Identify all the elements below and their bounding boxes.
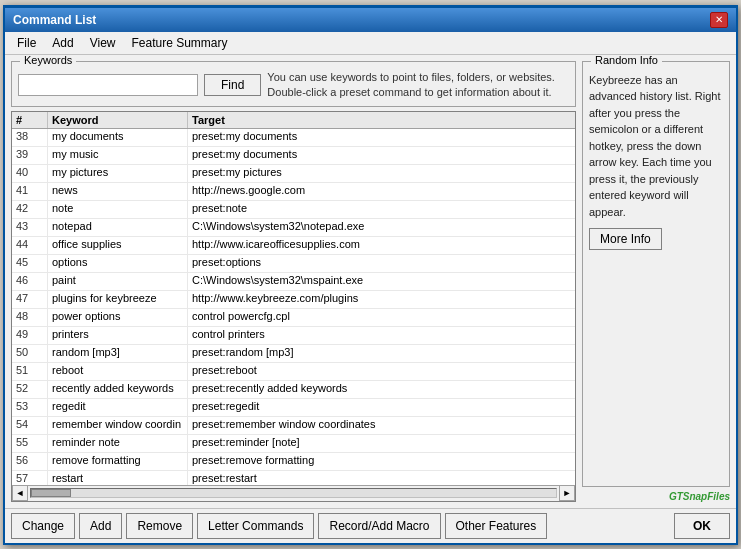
table-row[interactable]: 50random [mp3]preset:random [mp3]	[12, 345, 575, 363]
cell-target: preset:options	[188, 255, 575, 272]
cell-target: preset:reminder [note]	[188, 435, 575, 452]
cell-num: 43	[12, 219, 48, 236]
cell-num: 56	[12, 453, 48, 470]
add-button[interactable]: Add	[79, 513, 122, 539]
random-info-group-label: Random Info	[591, 55, 662, 66]
cell-keyword: random [mp3]	[48, 345, 188, 362]
table-row[interactable]: 57restartpreset:restart	[12, 471, 575, 484]
table-row[interactable]: 48power optionscontrol powercfg.cpl	[12, 309, 575, 327]
random-info-text: Keybreeze has an advanced history list. …	[589, 72, 723, 221]
menu-add[interactable]: Add	[44, 34, 81, 52]
menu-feature-summary[interactable]: Feature Summary	[124, 34, 236, 52]
cell-keyword: printers	[48, 327, 188, 344]
letter-commands-button[interactable]: Letter Commands	[197, 513, 314, 539]
cell-keyword: paint	[48, 273, 188, 290]
cell-keyword: plugins for keybreeze	[48, 291, 188, 308]
col-header-num: #	[12, 112, 48, 128]
cell-num: 40	[12, 165, 48, 182]
find-button[interactable]: Find	[204, 74, 261, 96]
left-panel: Keywords Find You can use keywords to po…	[11, 61, 576, 502]
cell-target: preset:random [mp3]	[188, 345, 575, 362]
table-row[interactable]: 51rebootpreset:reboot	[12, 363, 575, 381]
table-row[interactable]: 52recently added keywordspreset:recently…	[12, 381, 575, 399]
cell-target: preset:remove formatting	[188, 453, 575, 470]
cell-num: 41	[12, 183, 48, 200]
remove-button[interactable]: Remove	[126, 513, 193, 539]
menu-file[interactable]: File	[9, 34, 44, 52]
other-features-button[interactable]: Other Features	[445, 513, 548, 539]
table-row[interactable]: 40my picturespreset:my pictures	[12, 165, 575, 183]
cell-num: 48	[12, 309, 48, 326]
table-body[interactable]: 38my documentspreset:my documents39my mu…	[12, 129, 575, 484]
table-row[interactable]: 56remove formattingpreset:remove formatt…	[12, 453, 575, 471]
cell-keyword: my pictures	[48, 165, 188, 182]
menu-view[interactable]: View	[82, 34, 124, 52]
table-row[interactable]: 39my musicpreset:my documents	[12, 147, 575, 165]
cell-num: 42	[12, 201, 48, 218]
horizontal-scrollbar[interactable]: ◄ ►	[12, 485, 575, 501]
cell-num: 38	[12, 129, 48, 146]
cell-keyword: remove formatting	[48, 453, 188, 470]
window-title: Command List	[13, 13, 96, 27]
footer: Change Add Remove Letter Commands Record…	[5, 508, 736, 543]
cell-num: 46	[12, 273, 48, 290]
cell-target: C:\Windows\system32\notepad.exe	[188, 219, 575, 236]
cell-num: 52	[12, 381, 48, 398]
table-row[interactable]: 43notepadC:\Windows\system32\notepad.exe	[12, 219, 575, 237]
cell-target: preset:restart	[188, 471, 575, 484]
more-info-button[interactable]: More Info	[589, 228, 662, 250]
cell-num: 44	[12, 237, 48, 254]
cell-target: preset:note	[188, 201, 575, 218]
cell-keyword: power options	[48, 309, 188, 326]
random-info-group: Random Info Keybreeze has an advanced hi…	[582, 61, 730, 487]
scroll-track[interactable]	[30, 488, 557, 498]
table-row[interactable]: 55reminder notepreset:reminder [note]	[12, 435, 575, 453]
cell-keyword: options	[48, 255, 188, 272]
cell-target: control printers	[188, 327, 575, 344]
keywords-row: Find You can use keywords to point to fi…	[18, 70, 569, 101]
cell-keyword: regedit	[48, 399, 188, 416]
table-header: # Keyword Target	[12, 112, 575, 129]
scroll-right-arrow[interactable]: ►	[559, 485, 575, 501]
cell-keyword: reboot	[48, 363, 188, 380]
scroll-left-arrow[interactable]: ◄	[12, 485, 28, 501]
cell-keyword: recently added keywords	[48, 381, 188, 398]
cell-target: http://www.icareofficesupplies.com	[188, 237, 575, 254]
cell-target: preset:my documents	[188, 147, 575, 164]
cell-num: 50	[12, 345, 48, 362]
table-row[interactable]: 38my documentspreset:my documents	[12, 129, 575, 147]
keywords-group-label: Keywords	[20, 55, 76, 66]
table-row[interactable]: 54remember window coordinpreset:remember…	[12, 417, 575, 435]
table-row[interactable]: 42notepreset:note	[12, 201, 575, 219]
table-row[interactable]: 47plugins for keybreezehttp://www.keybre…	[12, 291, 575, 309]
keywords-hint: You can use keywords to point to files, …	[267, 70, 567, 101]
cell-target: preset:recently added keywords	[188, 381, 575, 398]
cell-keyword: reminder note	[48, 435, 188, 452]
table-row[interactable]: 53regeditpreset:regedit	[12, 399, 575, 417]
cell-keyword: notepad	[48, 219, 188, 236]
main-content: Keywords Find You can use keywords to po…	[5, 55, 736, 508]
table-row[interactable]: 41newshttp://news.google.com	[12, 183, 575, 201]
cell-target: http://news.google.com	[188, 183, 575, 200]
title-bar-controls: ✕	[710, 12, 728, 28]
cell-keyword: restart	[48, 471, 188, 484]
table-row[interactable]: 44office supplieshttp://www.icareoffices…	[12, 237, 575, 255]
table-row[interactable]: 49printerscontrol printers	[12, 327, 575, 345]
cell-target: preset:remember window coordinates	[188, 417, 575, 434]
cell-keyword: note	[48, 201, 188, 218]
menu-bar: File Add View Feature Summary	[5, 32, 736, 55]
table-row[interactable]: 45optionspreset:options	[12, 255, 575, 273]
cell-num: 55	[12, 435, 48, 452]
record-add-macro-button[interactable]: Record/Add Macro	[318, 513, 440, 539]
scroll-thumb[interactable]	[31, 489, 71, 497]
col-header-scroll-spacer	[559, 112, 575, 128]
table-row[interactable]: 46paintC:\Windows\system32\mspaint.exe	[12, 273, 575, 291]
keywords-table: # Keyword Target 38my documentspreset:my…	[11, 111, 576, 501]
change-button[interactable]: Change	[11, 513, 75, 539]
ok-button[interactable]: OK	[674, 513, 730, 539]
cell-num: 39	[12, 147, 48, 164]
cell-target: control powercfg.cpl	[188, 309, 575, 326]
title-bar: Command List ✕	[5, 8, 736, 32]
keywords-input[interactable]	[18, 74, 198, 96]
close-button[interactable]: ✕	[710, 12, 728, 28]
